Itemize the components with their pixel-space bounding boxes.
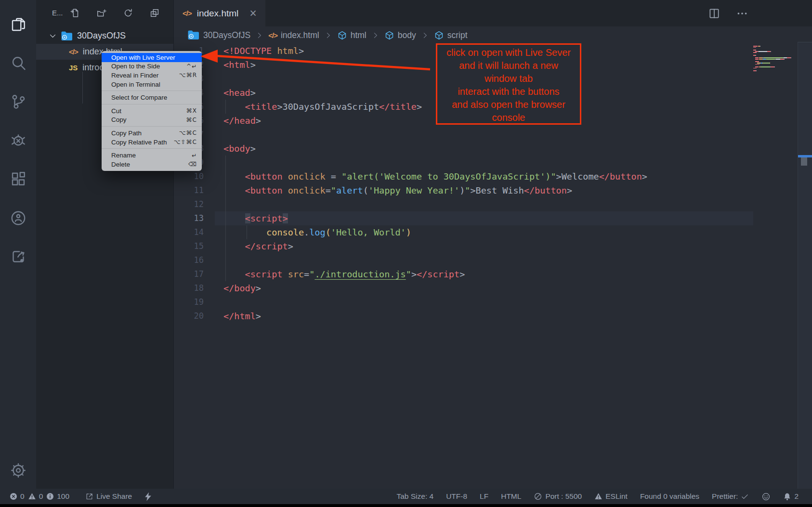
code-line-16[interactable]: 16 xyxy=(174,253,753,267)
code-line-text: <button onclick = "alert('Welcome to 30D… xyxy=(223,169,647,183)
activity-item-live-server[interactable] xyxy=(0,243,36,271)
new-folder-button[interactable] xyxy=(95,7,108,19)
menu-item-select-for-compare[interactable]: Select for Compare xyxy=(102,93,202,102)
live-server-icon xyxy=(10,248,27,265)
status-item-0[interactable]: 0 xyxy=(28,492,43,501)
code-line-text: console.log('Hello, World') xyxy=(223,225,411,239)
status-item-utf-8[interactable]: UTF-8 xyxy=(446,492,467,501)
menu-item-rename[interactable]: Rename↵ xyxy=(102,151,202,160)
status-label: HTML xyxy=(501,492,521,501)
minimap-line xyxy=(753,52,798,53)
status-item-prettier-[interactable]: Prettier: xyxy=(712,492,749,501)
status-item-html[interactable]: HTML xyxy=(501,492,521,501)
menu-item-label: Open to the Side xyxy=(111,63,186,70)
minimap-line xyxy=(753,66,798,67)
status-item-smiley[interactable] xyxy=(761,492,771,501)
code-line-8[interactable]: 8<body> xyxy=(174,142,753,156)
split-editor-button[interactable] xyxy=(708,7,720,20)
breadcrumb-item-body[interactable]: body xyxy=(384,30,416,40)
status-item-tab-size-4[interactable]: Tab Size: 4 xyxy=(396,492,433,501)
status-item-lightning[interactable] xyxy=(144,492,152,501)
status-item-lf[interactable]: LF xyxy=(480,492,488,501)
refresh-button[interactable] xyxy=(122,7,134,19)
close-icon[interactable]: × xyxy=(249,7,257,19)
code-line-14[interactable]: 14 console.log('Hello, World') xyxy=(174,225,753,239)
warning-icon xyxy=(594,493,602,500)
code-line-15[interactable]: 15 </script> xyxy=(174,239,753,253)
line-number: 11 xyxy=(174,183,204,197)
line-number: 20 xyxy=(174,309,204,323)
line-number: 19 xyxy=(174,295,204,309)
menu-item-reveal-in-finder[interactable]: Reveal in Finder⌥⌘R xyxy=(102,71,202,80)
line-number: 15 xyxy=(174,239,204,253)
menu-item-open-with-live-server[interactable]: Open with Live Server xyxy=(102,53,202,62)
menu-item-label: Open in Terminal xyxy=(111,81,197,88)
line-number: 13 xyxy=(174,211,204,225)
explorer-icon xyxy=(10,16,27,33)
scrollbar-gutter[interactable] xyxy=(798,42,812,489)
status-item-live-share[interactable]: Live Share xyxy=(85,492,132,501)
breadcrumb-label: script xyxy=(447,30,468,40)
menu-item-delete[interactable]: Delete⌫ xyxy=(102,160,202,169)
breadcrumb-label: body xyxy=(398,30,416,40)
code-line-10[interactable]: 10 <button onclick = "alert('Welcome to … xyxy=(174,169,753,183)
html-file-icon: </> xyxy=(69,48,78,56)
more-actions-button[interactable] xyxy=(736,7,748,20)
code-line-12[interactable]: 12 xyxy=(174,197,753,211)
status-item-found-0-variables[interactable]: Found 0 variables xyxy=(640,492,699,501)
menu-item-copy-path[interactable]: Copy Path⌥⌘C xyxy=(102,129,202,138)
window-bottom-edge xyxy=(0,504,812,507)
activity-item-live-share[interactable] xyxy=(0,204,36,232)
status-item-0[interactable]: 0 xyxy=(10,492,25,501)
tab-index.html[interactable]: </>index.html× xyxy=(174,0,265,26)
menu-separator xyxy=(102,91,202,91)
activity-item-explorer[interactable] xyxy=(0,11,36,39)
code-line-18[interactable]: 18</body> xyxy=(174,281,753,295)
code-line-20[interactable]: 20</html> xyxy=(174,309,753,323)
minimap[interactable] xyxy=(753,46,798,72)
menu-item-label: Select for Compare xyxy=(111,94,197,101)
menu-separator xyxy=(102,148,202,149)
breadcrumb-item-script[interactable]: script xyxy=(434,30,468,40)
new-file-button[interactable] xyxy=(69,7,81,19)
activity-item-debug[interactable] xyxy=(0,126,36,154)
code-line-17[interactable]: 17 <script src="./introduction.js"></scr… xyxy=(174,267,753,281)
code-line-19[interactable]: 19 xyxy=(174,295,753,309)
breadcrumb-item-30DaysOfJS[interactable]: 30DaysOfJS xyxy=(187,30,250,40)
status-item-port-5500[interactable]: Port : 5500 xyxy=(534,492,582,501)
activity-item-search[interactable] xyxy=(0,49,36,77)
tree-indent-guide xyxy=(82,72,83,104)
status-label: 2 xyxy=(794,492,799,501)
tree-row-30DaysOfJS[interactable]: 30DaysOfJS xyxy=(36,28,173,44)
status-item-100[interactable]: 100 xyxy=(46,492,69,501)
annotation-text-line: and it will launch a new xyxy=(437,59,580,72)
menu-item-copy-relative-path[interactable]: Copy Relative Path⌥⇧⌘C xyxy=(102,138,202,147)
status-item-2[interactable]: 2 xyxy=(783,492,799,501)
code-line-7[interactable]: 7 xyxy=(174,128,753,142)
code-line-text: <button onclick="alert('Happy New Year!'… xyxy=(223,183,572,197)
menu-item-shortcut: ⌥⌘R xyxy=(179,72,197,78)
menu-item-copy[interactable]: Copy⌘C xyxy=(102,116,202,125)
code-line-9[interactable]: 9 xyxy=(174,156,753,169)
smiley-icon xyxy=(761,492,771,501)
menu-item-label: Copy xyxy=(111,116,186,123)
activity-item-source-control[interactable] xyxy=(0,88,36,116)
collapse-all-button[interactable] xyxy=(148,7,161,19)
menu-item-open-in-terminal[interactable]: Open in Terminal xyxy=(102,80,202,89)
code-line-13[interactable]: 13 <script> xyxy=(174,211,753,225)
bell-icon xyxy=(783,493,791,501)
menu-item-label: Cut xyxy=(111,107,186,115)
menu-item-open-to-the-side[interactable]: Open to the Side^↵ xyxy=(102,62,202,71)
activity-item-settings[interactable] xyxy=(0,456,36,484)
annotation-text-line: window tab xyxy=(437,72,580,85)
breadcrumb-item-html[interactable]: html xyxy=(337,30,367,40)
minimap-line xyxy=(753,55,798,56)
minimap-line xyxy=(753,53,798,54)
menu-item-cut[interactable]: Cut⌘X xyxy=(102,106,202,116)
breadcrumb-item-index.html[interactable]: </>index.html xyxy=(268,30,319,40)
scrollbar-thumb[interactable] xyxy=(801,157,807,166)
code-line-11[interactable]: 11 <button onclick="alert('Happy New Yea… xyxy=(174,183,753,197)
activity-item-extensions[interactable] xyxy=(0,165,36,193)
status-item-eslint[interactable]: ESLint xyxy=(594,492,628,501)
breadcrumb: 30DaysOfJS</>index.htmlhtmlbodyscript xyxy=(174,26,468,44)
